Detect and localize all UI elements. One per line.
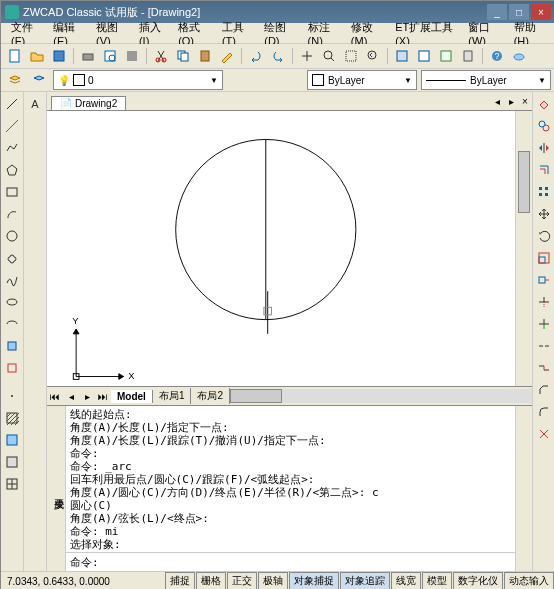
rect-icon[interactable] bbox=[2, 182, 22, 202]
status-栅格[interactable]: 栅格 bbox=[196, 572, 226, 589]
explode-icon[interactable] bbox=[534, 424, 554, 444]
copy-icon[interactable] bbox=[173, 46, 193, 66]
block-icon[interactable] bbox=[2, 358, 22, 378]
drawing-canvas[interactable]: X Y bbox=[47, 111, 532, 386]
zoom-prev-icon[interactable] bbox=[363, 46, 383, 66]
undo-icon[interactable] bbox=[246, 46, 266, 66]
erase-icon[interactable] bbox=[534, 94, 554, 114]
menubar: 文件(F) 编辑(E) 视图(V) 插入(I) 格式(O) 工具(T) 绘图(D… bbox=[1, 23, 554, 44]
props-icon[interactable] bbox=[392, 46, 412, 66]
status-正交[interactable]: 正交 bbox=[227, 572, 257, 589]
layout-tab-1[interactable]: 布局1 bbox=[153, 388, 192, 404]
svg-rect-42 bbox=[545, 187, 548, 190]
layout-nav-first[interactable]: ⏮ bbox=[47, 391, 63, 402]
tab-nav-right-icon[interactable]: ▸ bbox=[504, 96, 518, 110]
line-icon[interactable] bbox=[2, 94, 22, 114]
layout-nav-last[interactable]: ⏭ bbox=[95, 391, 111, 402]
status-数字化仪[interactable]: 数字化仪 bbox=[453, 572, 503, 589]
status-线宽[interactable]: 线宽 bbox=[391, 572, 421, 589]
chevron-down-icon: ▼ bbox=[404, 76, 412, 85]
canvas-hscrollbar[interactable] bbox=[230, 389, 532, 403]
circle-icon[interactable] bbox=[2, 226, 22, 246]
open-icon[interactable] bbox=[27, 46, 47, 66]
layer-state-icon[interactable] bbox=[29, 70, 49, 90]
tab-nav-left-icon[interactable]: ◂ bbox=[490, 96, 504, 110]
app-window: ZWCAD Classic 试用版 - [Drawing2] _ □ × 文件(… bbox=[0, 0, 554, 589]
status-极轴[interactable]: 极轴 bbox=[258, 572, 288, 589]
status-对象追踪[interactable]: 对象追踪 bbox=[340, 572, 390, 589]
zoom-rt-icon[interactable] bbox=[319, 46, 339, 66]
zoom-win-icon[interactable] bbox=[341, 46, 361, 66]
polygon-icon[interactable] bbox=[2, 160, 22, 180]
pline-icon[interactable] bbox=[2, 138, 22, 158]
status-捕捉[interactable]: 捕捉 bbox=[165, 572, 195, 589]
pan-icon[interactable] bbox=[297, 46, 317, 66]
tp-icon[interactable] bbox=[436, 46, 456, 66]
coordinates[interactable]: 7.0343, 0.6433, 0.0000 bbox=[1, 576, 143, 587]
command-vscrollbar[interactable] bbox=[515, 406, 532, 571]
redo-icon[interactable] bbox=[268, 46, 288, 66]
scale-icon[interactable] bbox=[534, 248, 554, 268]
gradient-icon[interactable] bbox=[2, 430, 22, 450]
rotate-icon[interactable] bbox=[534, 226, 554, 246]
dc-icon[interactable] bbox=[414, 46, 434, 66]
doc-tab-active[interactable]: 📄 Drawing2 bbox=[51, 96, 126, 110]
layout-tab-2[interactable]: 布局2 bbox=[191, 388, 230, 404]
publish-icon[interactable] bbox=[122, 46, 142, 66]
layout-nav-prev[interactable]: ◂ bbox=[63, 391, 79, 402]
trim-icon[interactable] bbox=[534, 292, 554, 312]
doc-icon: 📄 bbox=[60, 98, 72, 109]
status-对象捕捉[interactable]: 对象捕捉 bbox=[289, 572, 339, 589]
insert-icon[interactable] bbox=[2, 336, 22, 356]
break-icon[interactable] bbox=[534, 336, 554, 356]
join-icon[interactable] bbox=[534, 358, 554, 378]
canvas-vscrollbar[interactable] bbox=[515, 111, 532, 386]
preview-icon[interactable] bbox=[100, 46, 120, 66]
move-icon[interactable] bbox=[534, 204, 554, 224]
xline-icon[interactable] bbox=[2, 116, 22, 136]
help-icon[interactable]: ? bbox=[487, 46, 507, 66]
new-icon[interactable] bbox=[5, 46, 25, 66]
chamfer-icon[interactable] bbox=[534, 380, 554, 400]
ellipse-icon[interactable] bbox=[2, 292, 22, 312]
color-combo[interactable]: ByLayer ▼ bbox=[307, 70, 417, 90]
status-模型[interactable]: 模型 bbox=[422, 572, 452, 589]
mtext-icon[interactable]: A bbox=[25, 94, 45, 114]
revcloud-icon[interactable] bbox=[2, 248, 22, 268]
layer-name: 0 bbox=[88, 75, 94, 86]
arc-icon[interactable] bbox=[2, 204, 22, 224]
point-icon[interactable] bbox=[2, 386, 22, 406]
tab-close-icon[interactable]: × bbox=[518, 96, 532, 110]
paste-icon[interactable] bbox=[195, 46, 215, 66]
array-icon[interactable] bbox=[534, 182, 554, 202]
cut-icon[interactable] bbox=[151, 46, 171, 66]
command-history[interactable]: 线的起始点: 角度(A)/长度(L)/指定下一点: 角度(A)/长度(L)/跟踪… bbox=[66, 406, 515, 552]
fillet-icon[interactable] bbox=[534, 402, 554, 422]
cloud-icon[interactable] bbox=[509, 46, 529, 66]
linetype-value: ByLayer bbox=[470, 75, 507, 86]
svg-text:?: ? bbox=[494, 51, 499, 61]
command-input[interactable] bbox=[99, 555, 511, 570]
copy-obj-icon[interactable] bbox=[534, 116, 554, 136]
matchprop-icon[interactable] bbox=[217, 46, 237, 66]
layout-nav-next[interactable]: ▸ bbox=[79, 391, 95, 402]
stretch-icon[interactable] bbox=[534, 270, 554, 290]
linetype-combo[interactable]: ByLayer ▼ bbox=[421, 70, 551, 90]
svg-point-11 bbox=[324, 51, 332, 59]
mirror-icon[interactable] bbox=[534, 138, 554, 158]
status-动态输入[interactable]: 动态输入 bbox=[504, 572, 554, 589]
layer-combo[interactable]: 💡 0 ▼ bbox=[53, 70, 223, 90]
save-icon[interactable] bbox=[49, 46, 69, 66]
extend-icon[interactable] bbox=[534, 314, 554, 334]
layout-tab-model[interactable]: Model bbox=[111, 390, 153, 403]
table-icon[interactable] bbox=[2, 474, 22, 494]
layer-mgr-icon[interactable] bbox=[5, 70, 25, 90]
print-icon[interactable] bbox=[78, 46, 98, 66]
ellipsearc-icon[interactable] bbox=[2, 314, 22, 334]
document-tabs: 📄 Drawing2 ◂ ▸ × bbox=[47, 92, 532, 111]
hatch-icon[interactable] bbox=[2, 408, 22, 428]
spline-icon[interactable] bbox=[2, 270, 22, 290]
calc-icon[interactable] bbox=[458, 46, 478, 66]
region-icon[interactable] bbox=[2, 452, 22, 472]
offset-icon[interactable] bbox=[534, 160, 554, 180]
